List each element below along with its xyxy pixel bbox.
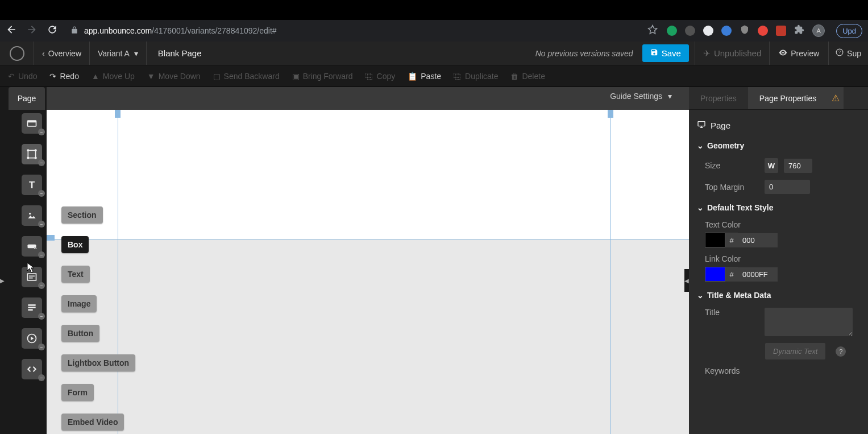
tool-text[interactable]: T− bbox=[22, 175, 42, 195]
overview-button[interactable]: ‹ Overview bbox=[34, 42, 90, 65]
profile-avatar[interactable]: A bbox=[812, 24, 825, 37]
collapse-badge-icon: − bbox=[38, 374, 45, 381]
bring-forward-label: Bring Forward bbox=[303, 72, 353, 81]
caret-down-icon: ▾ bbox=[134, 49, 138, 58]
section-default-text-style[interactable]: ⌄ Default Text Style bbox=[697, 197, 860, 217]
tooltip-box[interactable]: Box bbox=[61, 236, 89, 253]
support-button[interactable]: ? Sup bbox=[829, 42, 868, 65]
svg-rect-4 bbox=[28, 121, 36, 122]
width-indicator: W bbox=[765, 158, 778, 173]
redo-button[interactable]: ↷Redo bbox=[49, 72, 78, 81]
app-logo[interactable] bbox=[0, 42, 34, 65]
lock-icon bbox=[70, 26, 78, 36]
help-icon[interactable]: ? bbox=[836, 346, 846, 357]
save-icon bbox=[650, 48, 658, 58]
svg-text:T: T bbox=[29, 180, 35, 191]
canvas-section-white[interactable] bbox=[47, 110, 689, 239]
dynamic-text-button[interactable]: Dynamic Text bbox=[765, 343, 825, 359]
canvas-section-gray[interactable] bbox=[47, 239, 689, 434]
tool-image[interactable]: − bbox=[22, 205, 42, 226]
extension-icon[interactable] bbox=[703, 26, 713, 36]
hash-label: # bbox=[725, 267, 738, 282]
browser-update-button[interactable]: Upd bbox=[836, 24, 862, 38]
tab-page-properties[interactable]: Page Properties bbox=[748, 87, 828, 109]
reload-icon[interactable] bbox=[47, 24, 58, 38]
guide-handle[interactable] bbox=[47, 235, 55, 241]
canvas[interactable]: Guide Settings ▾ bbox=[47, 87, 689, 434]
extension-icon[interactable] bbox=[667, 26, 677, 36]
tool-embed-video[interactable]: − bbox=[22, 328, 42, 349]
delete-button: 🗑Delete bbox=[510, 72, 545, 81]
shield-icon[interactable] bbox=[740, 24, 750, 37]
link-color-label: Link Color bbox=[705, 254, 741, 263]
tool-form[interactable]: − bbox=[22, 297, 42, 318]
layer-back-icon: ▢ bbox=[213, 72, 221, 81]
text-color-input[interactable] bbox=[738, 233, 778, 247]
redo-label: Redo bbox=[60, 72, 78, 81]
svg-rect-18 bbox=[28, 309, 32, 311]
tool-button[interactable]: − bbox=[22, 236, 42, 257]
version-status: No previous versions saved bbox=[535, 49, 642, 58]
guide-settings-dropdown[interactable]: Guide Settings ▾ bbox=[610, 92, 672, 101]
move-down-button: ▼Move Down bbox=[147, 72, 201, 81]
variant-dropdown[interactable]: Variant A ▾ bbox=[90, 42, 147, 65]
guide-vertical[interactable] bbox=[610, 110, 611, 434]
tool-box[interactable]: − bbox=[22, 144, 42, 164]
link-color-swatch[interactable] bbox=[705, 267, 725, 282]
url-domain: app.unbounce.com bbox=[84, 26, 152, 35]
tab-properties[interactable]: Properties bbox=[689, 87, 748, 109]
undo-label: Undo bbox=[18, 72, 37, 81]
panel-page-heading: Page bbox=[697, 115, 860, 135]
tooltip-form[interactable]: Form bbox=[61, 384, 94, 401]
size-input[interactable] bbox=[784, 159, 812, 173]
tooltip-button[interactable]: Button bbox=[61, 325, 99, 342]
tooltip-text[interactable]: Text bbox=[61, 266, 90, 283]
paste-label: Paste bbox=[421, 72, 441, 81]
tool-lightbox-button[interactable]: − bbox=[22, 267, 42, 287]
extension-icon[interactable] bbox=[721, 26, 732, 36]
expand-handle-right[interactable]: ◀ bbox=[684, 269, 689, 292]
unpublished-button: ✈ Unpublished bbox=[695, 42, 770, 65]
title-meta-label: Title & Meta Data bbox=[707, 291, 771, 300]
collapse-badge-icon: − bbox=[38, 344, 45, 350]
title-input[interactable] bbox=[765, 308, 853, 336]
top-margin-input[interactable] bbox=[765, 180, 810, 194]
collapse-badge-icon: − bbox=[38, 190, 45, 197]
guide-horizontal[interactable] bbox=[47, 239, 689, 239]
save-button[interactable]: Save bbox=[642, 44, 689, 62]
tooltip-section[interactable]: Section bbox=[61, 206, 103, 224]
svg-point-0 bbox=[782, 51, 784, 53]
bookmark-star-icon[interactable] bbox=[647, 24, 658, 37]
section-geometry[interactable]: ⌄ Geometry bbox=[697, 135, 860, 155]
extension-icon[interactable] bbox=[776, 26, 786, 36]
section-title-meta[interactable]: ⌄ Title & Meta Data bbox=[697, 285, 860, 304]
svg-rect-17 bbox=[28, 307, 35, 308]
move-up-label: Move Up bbox=[103, 72, 135, 81]
puzzle-icon[interactable] bbox=[794, 24, 804, 37]
paste-button[interactable]: 📋Paste bbox=[408, 72, 441, 81]
tooltip-image[interactable]: Image bbox=[61, 295, 97, 312]
extension-icon[interactable] bbox=[758, 26, 768, 36]
text-color-swatch[interactable] bbox=[705, 233, 725, 247]
tool-section[interactable]: − bbox=[22, 113, 42, 134]
page-tab[interactable]: Page bbox=[9, 87, 45, 110]
url-display[interactable]: app.unbounce.com/4176001/variants/278841… bbox=[67, 26, 638, 36]
guide-handle[interactable] bbox=[115, 110, 121, 118]
back-icon[interactable] bbox=[6, 24, 17, 38]
expand-handle-left[interactable]: ▶ bbox=[0, 269, 5, 292]
extension-icon[interactable] bbox=[685, 26, 695, 36]
guide-handle[interactable] bbox=[608, 110, 613, 118]
svg-rect-16 bbox=[28, 304, 35, 306]
tooltip-lightbox-button[interactable]: Lightbox Button bbox=[61, 354, 135, 371]
properties-panel: ◀ Properties Page Properties ⚠ Page ⌄ Ge… bbox=[689, 87, 868, 434]
tab-warning[interactable]: ⚠ bbox=[828, 87, 844, 109]
preview-button[interactable]: Preview bbox=[770, 42, 829, 65]
link-color-input[interactable] bbox=[738, 267, 778, 282]
keywords-label: Keywords bbox=[705, 366, 759, 375]
overview-label: Overview bbox=[48, 49, 81, 58]
svg-rect-5 bbox=[28, 150, 35, 158]
tool-custom-html[interactable]: − bbox=[22, 359, 42, 379]
collapse-badge-icon: − bbox=[38, 129, 45, 135]
undo-button: ↶Undo bbox=[8, 72, 37, 81]
tooltip-embed-video[interactable]: Embed Video bbox=[61, 414, 124, 431]
